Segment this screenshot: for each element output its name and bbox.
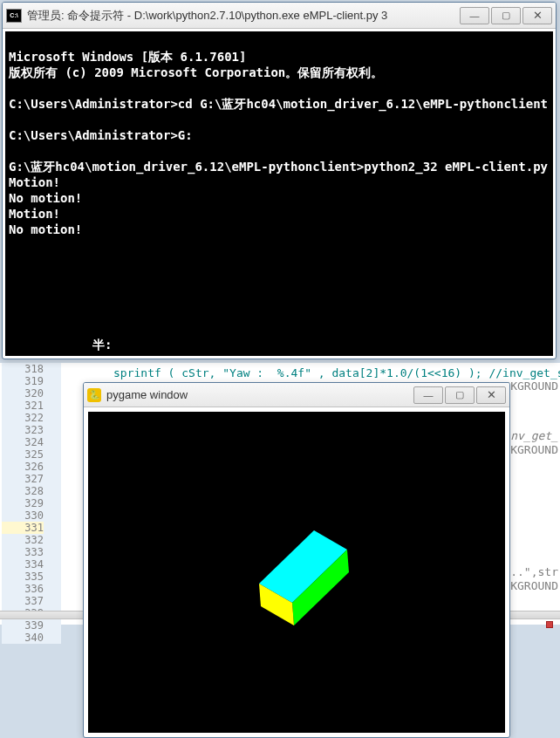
- console-line: G:\蓝牙hc04\motion_driver_6.12\eMPL-python…: [9, 160, 553, 174]
- console-titlebar[interactable]: C:\ 管理员: 命令提示符 - D:\work\python2.7.10\py…: [3, 3, 556, 29]
- line-number: 330: [2, 509, 44, 522]
- line-number: 333: [2, 546, 44, 558]
- line-number: 334: [2, 558, 44, 571]
- rotating-cube: [209, 485, 384, 659]
- line-number: 319: [2, 375, 44, 387]
- console-line: Motion!: [9, 175, 60, 189]
- close-button[interactable]: ✕: [522, 7, 552, 24]
- line-number: 318: [2, 363, 44, 375]
- console-line: Motion!: [9, 207, 60, 221]
- line-number-selected: 331: [2, 522, 44, 534]
- line-number: 324: [2, 436, 44, 448]
- console-line: Microsoft Windows [版本 6.1.7601]: [9, 50, 246, 64]
- pygame-title: pygame window: [106, 388, 406, 401]
- line-number: 326: [2, 461, 44, 473]
- line-number: 332: [2, 534, 44, 546]
- snake-icon: 🐍: [89, 390, 99, 400]
- console-output[interactable]: Microsoft Windows [版本 6.1.7601] 版权所有 (c)…: [5, 31, 553, 356]
- line-number: 328: [2, 485, 44, 497]
- close-button[interactable]: ✕: [476, 386, 506, 404]
- minimize-button[interactable]: —: [413, 386, 443, 404]
- close-icon: ✕: [487, 388, 496, 401]
- line-number: 321: [2, 400, 44, 412]
- line-number: 329: [2, 497, 44, 509]
- console-line: 版权所有 (c) 2009 Microsoft Corporation。保留所有…: [9, 65, 383, 79]
- line-number: 337: [2, 595, 44, 607]
- pygame-titlebar[interactable]: 🐍 pygame window — ▢ ✕: [84, 383, 509, 407]
- line-number-gutter: 318 319 320 321 322 323 324 325 326 327 …: [2, 363, 61, 644]
- console-line: C:\Users\Administrator>cd G:\蓝牙hc04\moti…: [9, 97, 548, 111]
- error-indicator-icon: [546, 621, 553, 628]
- line-number: 340: [2, 632, 44, 644]
- window-buttons: — ▢ ✕: [458, 7, 552, 24]
- line-number: 325: [2, 448, 44, 461]
- window-buttons: — ▢ ✕: [412, 386, 506, 404]
- line-number: 320: [2, 387, 44, 400]
- minimize-button[interactable]: —: [460, 7, 489, 24]
- minimize-icon: —: [424, 390, 434, 400]
- line-number: 323: [2, 424, 44, 436]
- console-line: No motion!: [9, 222, 82, 236]
- code-fragment: sprintf ( cStr, "Yaw : %.4f" , data[2]*1…: [113, 366, 560, 379]
- console-line: C:\Users\Administrator>G:: [9, 128, 193, 142]
- console-footer-text: 半:: [92, 337, 112, 352]
- line-number: 327: [2, 473, 44, 485]
- pygame-canvas: [88, 412, 505, 733]
- minimize-icon: —: [470, 10, 480, 21]
- close-icon: ✕: [533, 9, 543, 22]
- maximize-button[interactable]: ▢: [491, 7, 521, 24]
- pygame-window[interactable]: 🐍 pygame window — ▢ ✕: [83, 382, 510, 738]
- line-number: 335: [2, 571, 44, 583]
- line-number: 336: [2, 583, 44, 595]
- line-number: 322: [2, 412, 44, 424]
- console-title: 管理员: 命令提示符 - D:\work\python2.7.10\python…: [27, 8, 453, 24]
- cmd-icon: C:\: [6, 9, 22, 23]
- maximize-button[interactable]: ▢: [445, 386, 475, 404]
- console-line: No motion!: [9, 191, 82, 205]
- pygame-icon: 🐍: [87, 388, 101, 402]
- console-window[interactable]: C:\ 管理员: 命令提示符 - D:\work\python2.7.10\py…: [2, 2, 557, 359]
- maximize-icon: ▢: [455, 389, 464, 400]
- maximize-icon: ▢: [502, 10, 510, 21]
- line-number: 339: [2, 619, 44, 632]
